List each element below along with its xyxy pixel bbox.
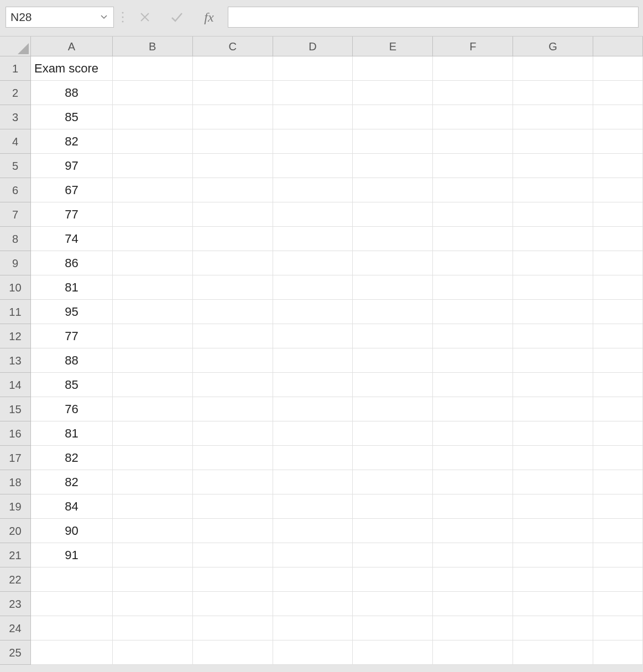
cell-E18[interactable] — [353, 470, 433, 494]
cell-extra-10[interactable] — [593, 275, 643, 300]
cell-E13[interactable] — [353, 348, 433, 373]
cell-F7[interactable] — [433, 202, 513, 227]
cell-F21[interactable] — [433, 543, 513, 567]
cell-extra-8[interactable] — [593, 227, 643, 251]
cell-A24[interactable] — [31, 616, 113, 640]
row-header-20[interactable]: 20 — [0, 519, 31, 543]
cell-G7[interactable] — [513, 202, 593, 227]
cell-D7[interactable] — [273, 202, 353, 227]
cell-A10[interactable]: 81 — [31, 275, 113, 300]
cell-extra-17[interactable] — [593, 446, 643, 470]
cell-D2[interactable] — [273, 81, 353, 105]
cell-C3[interactable] — [193, 105, 273, 129]
row-header-14[interactable]: 14 — [0, 373, 31, 397]
cell-extra-22[interactable] — [593, 567, 643, 592]
cell-C6[interactable] — [193, 178, 273, 202]
cell-G14[interactable] — [513, 373, 593, 397]
cell-B20[interactable] — [113, 519, 193, 543]
cell-F14[interactable] — [433, 373, 513, 397]
cell-G12[interactable] — [513, 324, 593, 348]
cell-G17[interactable] — [513, 446, 593, 470]
cell-G15[interactable] — [513, 397, 593, 421]
cell-B21[interactable] — [113, 543, 193, 567]
cell-A1[interactable]: Exam score — [31, 56, 113, 81]
cell-extra-2[interactable] — [593, 81, 643, 105]
cell-F3[interactable] — [433, 105, 513, 129]
cell-E3[interactable] — [353, 105, 433, 129]
cell-B18[interactable] — [113, 470, 193, 494]
cell-extra-7[interactable] — [593, 202, 643, 227]
select-all-corner[interactable] — [0, 37, 31, 56]
cell-F9[interactable] — [433, 251, 513, 275]
cell-A16[interactable]: 81 — [31, 421, 113, 446]
cell-D5[interactable] — [273, 154, 353, 178]
cell-A22[interactable] — [31, 567, 113, 592]
cell-D11[interactable] — [273, 300, 353, 324]
cell-D10[interactable] — [273, 275, 353, 300]
row-header-5[interactable]: 5 — [0, 154, 31, 178]
cell-F18[interactable] — [433, 470, 513, 494]
cell-E22[interactable] — [353, 567, 433, 592]
cell-G8[interactable] — [513, 227, 593, 251]
cell-C22[interactable] — [193, 567, 273, 592]
cell-F19[interactable] — [433, 494, 513, 519]
cell-A8[interactable]: 74 — [31, 227, 113, 251]
cell-C10[interactable] — [193, 275, 273, 300]
cell-F23[interactable] — [433, 592, 513, 616]
cell-B6[interactable] — [113, 178, 193, 202]
cell-extra-24[interactable] — [593, 616, 643, 640]
cell-G22[interactable] — [513, 567, 593, 592]
cell-A12[interactable]: 77 — [31, 324, 113, 348]
column-header-D[interactable]: D — [273, 37, 353, 56]
column-header-C[interactable]: C — [193, 37, 273, 56]
cell-G18[interactable] — [513, 470, 593, 494]
cell-extra-4[interactable] — [593, 129, 643, 154]
cell-B2[interactable] — [113, 81, 193, 105]
cell-A17[interactable]: 82 — [31, 446, 113, 470]
cell-C12[interactable] — [193, 324, 273, 348]
cell-F25[interactable] — [433, 640, 513, 665]
cell-extra-15[interactable] — [593, 397, 643, 421]
cell-extra-1[interactable] — [593, 56, 643, 81]
cell-extra-19[interactable] — [593, 494, 643, 519]
cell-extra-5[interactable] — [593, 154, 643, 178]
name-box-dropdown[interactable] — [95, 7, 113, 27]
cell-E1[interactable] — [353, 56, 433, 81]
row-header-23[interactable]: 23 — [0, 592, 31, 616]
cell-B1[interactable] — [113, 56, 193, 81]
cell-G2[interactable] — [513, 81, 593, 105]
column-header-A[interactable]: A — [31, 37, 113, 56]
cell-E15[interactable] — [353, 397, 433, 421]
row-header-10[interactable]: 10 — [0, 275, 31, 300]
cell-E4[interactable] — [353, 129, 433, 154]
cell-D8[interactable] — [273, 227, 353, 251]
row-header-18[interactable]: 18 — [0, 470, 31, 494]
cell-C14[interactable] — [193, 373, 273, 397]
cell-E19[interactable] — [353, 494, 433, 519]
cell-G11[interactable] — [513, 300, 593, 324]
name-box[interactable] — [6, 8, 95, 26]
cell-C13[interactable] — [193, 348, 273, 373]
cell-C24[interactable] — [193, 616, 273, 640]
cell-E2[interactable] — [353, 81, 433, 105]
cell-D4[interactable] — [273, 129, 353, 154]
cell-C9[interactable] — [193, 251, 273, 275]
cell-A6[interactable]: 67 — [31, 178, 113, 202]
cell-extra-6[interactable] — [593, 178, 643, 202]
cell-A2[interactable]: 88 — [31, 81, 113, 105]
cell-B7[interactable] — [113, 202, 193, 227]
row-header-16[interactable]: 16 — [0, 421, 31, 446]
cell-B23[interactable] — [113, 592, 193, 616]
cell-E5[interactable] — [353, 154, 433, 178]
cell-F2[interactable] — [433, 81, 513, 105]
cell-A18[interactable]: 82 — [31, 470, 113, 494]
cell-E21[interactable] — [353, 543, 433, 567]
cell-extra-12[interactable] — [593, 324, 643, 348]
cell-A9[interactable]: 86 — [31, 251, 113, 275]
cell-E6[interactable] — [353, 178, 433, 202]
cell-G13[interactable] — [513, 348, 593, 373]
cell-extra-18[interactable] — [593, 470, 643, 494]
cell-A25[interactable] — [31, 640, 113, 665]
cell-A19[interactable]: 84 — [31, 494, 113, 519]
cell-C17[interactable] — [193, 446, 273, 470]
